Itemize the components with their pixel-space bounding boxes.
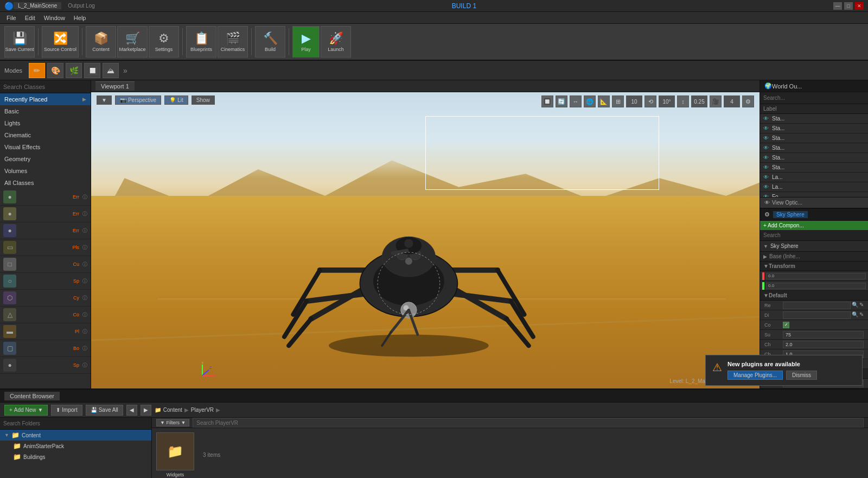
place-item-3[interactable]: ▭ Pls ⓘ	[0, 239, 91, 256]
tree-item-content[interactable]: ▼ 📁 Content	[0, 430, 151, 441]
nav-back-btn[interactable]: ◀	[126, 405, 137, 416]
outliner-item-8[interactable]: 👁 Fo...	[760, 192, 868, 197]
path-content[interactable]: Content	[163, 407, 182, 413]
place-item-0[interactable]: ● Err ⓘ	[0, 189, 91, 206]
cb-search-left-input[interactable]	[0, 418, 151, 430]
source-control-button[interactable]: 🔀 Source Control	[42, 26, 79, 58]
viewport[interactable]: ▼ 📷 Perspective 💡 Lit Show 🔲 🔄 ↔	[91, 92, 760, 388]
vp-surface-snap-btn[interactable]: 📐	[598, 95, 610, 107]
filters-button[interactable]: ▼ Filters ▼	[156, 419, 189, 426]
base-inherit-section[interactable]: ▶ Base (Inhe...	[760, 252, 868, 262]
search-di-btn[interactable]: 🔍	[852, 311, 858, 319]
vp-scale-btn[interactable]: ↔	[570, 95, 582, 107]
category-recently-placed[interactable]: Recently Placed ▶	[0, 93, 91, 105]
place-item-4[interactable]: □ Cu ⓘ	[0, 256, 91, 273]
modes-expand[interactable]: »	[123, 66, 127, 75]
rot-y-input[interactable]: 0.0	[766, 283, 866, 289]
minimize-button[interactable]: —	[833, 2, 842, 10]
scale-input[interactable]: 0.25	[691, 95, 707, 107]
prop-di-input[interactable]	[783, 311, 851, 319]
asset-widgets[interactable]: 📁 Widgets	[156, 432, 194, 477]
mode-btn-paint[interactable]: 🎨	[47, 63, 63, 78]
manage-plugins-button[interactable]: Manage Plugins...	[727, 371, 783, 380]
edit-di-btn[interactable]: ✎	[859, 311, 864, 319]
place-item-8[interactable]: ▬ Pl ⓘ	[0, 323, 91, 340]
save-all-button[interactable]: 💾 Save All	[86, 405, 123, 416]
category-basic[interactable]: Basic	[0, 105, 91, 117]
outliner-item-3[interactable]: 👁 Sta...	[760, 143, 868, 153]
angle-input[interactable]: 10°	[659, 95, 675, 107]
loc-x-input[interactable]: 0.0	[766, 273, 866, 279]
place-item-2[interactable]: ● Err ⓘ	[0, 222, 91, 239]
maximize-button[interactable]: □	[844, 2, 853, 10]
vp-translate-btn[interactable]: 🔲	[541, 95, 553, 107]
mode-btn-foliage[interactable]: 🌿	[66, 63, 82, 78]
close-button[interactable]: ✕	[855, 2, 864, 10]
menu-file[interactable]: File	[2, 14, 21, 22]
category-geometry[interactable]: Geometry	[0, 153, 91, 165]
cinematics-button[interactable]: 🎬 Cinematics	[218, 26, 248, 58]
default-section-header[interactable]: ▼ Default	[760, 291, 868, 301]
vp-grid-btn[interactable]: ⊞	[612, 95, 624, 107]
place-item-7[interactable]: △ Co ⓘ	[0, 307, 91, 323]
edit-re-btn[interactable]: ✎	[859, 302, 864, 309]
title-tab-scene[interactable]: L_2_MainScene	[14, 2, 61, 9]
mode-btn-landscape[interactable]: ⛰	[103, 63, 119, 78]
category-cinematic[interactable]: Cinematic	[0, 129, 91, 141]
place-item-1[interactable]: ● Err ⓘ	[0, 206, 91, 222]
settings-button[interactable]: ⚙ Settings	[149, 26, 179, 58]
outliner-item-4[interactable]: 👁 Sta...	[760, 153, 868, 163]
nav-forward-btn[interactable]: ▶	[141, 405, 151, 416]
prop-su-input[interactable]: 75	[783, 331, 864, 339]
details-search-input[interactable]	[760, 230, 868, 241]
outliner-item-2[interactable]: 👁 Sta...	[760, 133, 868, 143]
viewport-arrow-btn[interactable]: ▼	[97, 95, 112, 105]
content-browser-tab[interactable]: Content Browser	[4, 392, 60, 400]
mode-btn-place[interactable]: ✏	[29, 63, 45, 78]
cb-search-right-input[interactable]	[193, 418, 864, 428]
save-current-button[interactable]: 💾 Save Current	[4, 26, 35, 58]
outliner-item-7[interactable]: 👁 La...	[760, 182, 868, 192]
outliner-item-6[interactable]: 👁 La...	[760, 173, 868, 182]
add-component-btn[interactable]: + Add Compon...	[760, 221, 868, 230]
transform-section-header[interactable]: ▼ Transform	[760, 262, 868, 271]
tree-item-animpack[interactable]: 📁 AnimStarterPack	[0, 441, 151, 451]
place-item-6[interactable]: ⬡ Cy ⓘ	[0, 290, 91, 307]
outliner-item-0[interactable]: 👁 Sta...	[760, 114, 868, 124]
view-options-btn[interactable]: 👁 View Optic...	[760, 197, 868, 208]
menu-edit[interactable]: Edit	[21, 14, 40, 22]
show-btn[interactable]: Show	[192, 95, 215, 105]
category-visual-effects[interactable]: Visual Effects	[0, 141, 91, 153]
vp-rotate-btn[interactable]: 🔄	[556, 95, 567, 107]
place-item-5[interactable]: ○ Sp ⓘ	[0, 273, 91, 290]
tree-item-buildings[interactable]: 📁 Buildings	[0, 451, 151, 462]
menu-help[interactable]: Help	[69, 14, 91, 22]
category-volumes[interactable]: Volumes	[0, 165, 91, 177]
content-button[interactable]: 📦 Content	[86, 26, 116, 58]
path-playervr[interactable]: PlayerVR	[191, 407, 214, 413]
launch-button[interactable]: 🚀 Launch	[321, 26, 351, 58]
outliner-item-1[interactable]: 👁 Sta...	[760, 124, 868, 133]
lit-btn[interactable]: 💡 Lit	[164, 95, 188, 105]
blueprints-button[interactable]: 📋 Blueprints	[186, 26, 216, 58]
search-classes-input[interactable]	[0, 80, 91, 93]
build-button[interactable]: 🔨 Build	[255, 26, 285, 58]
prop-ch1-input[interactable]: 2.0	[783, 341, 864, 348]
category-lights[interactable]: Lights	[0, 117, 91, 129]
add-new-button[interactable]: + Add New ▼	[4, 405, 48, 416]
grid-size-input[interactable]: 10	[626, 95, 642, 107]
outliner-search-input[interactable]	[760, 92, 868, 104]
category-all-classes[interactable]: All Classes	[0, 177, 91, 189]
perspective-btn[interactable]: 📷 Perspective	[115, 95, 161, 105]
search-re-btn[interactable]: 🔍	[852, 302, 858, 309]
title-tab-log[interactable]: Output Log	[63, 2, 99, 9]
place-item-10[interactable]: ● Sp ⓘ	[0, 357, 91, 374]
marketplace-button[interactable]: 🛒 Marketplace	[117, 26, 148, 58]
import-button[interactable]: ⬆ Import	[51, 405, 82, 416]
outliner-item-5[interactable]: 👁 Sta...	[760, 163, 868, 173]
play-button[interactable]: ▶ Play	[292, 26, 320, 58]
place-item-9[interactable]: ▢ Bo ⓘ	[0, 340, 91, 357]
viewport-tab[interactable]: Viewport 1	[95, 81, 135, 91]
vp-world-btn[interactable]: 🌐	[584, 95, 596, 107]
dismiss-button[interactable]: Dismiss	[786, 371, 817, 380]
